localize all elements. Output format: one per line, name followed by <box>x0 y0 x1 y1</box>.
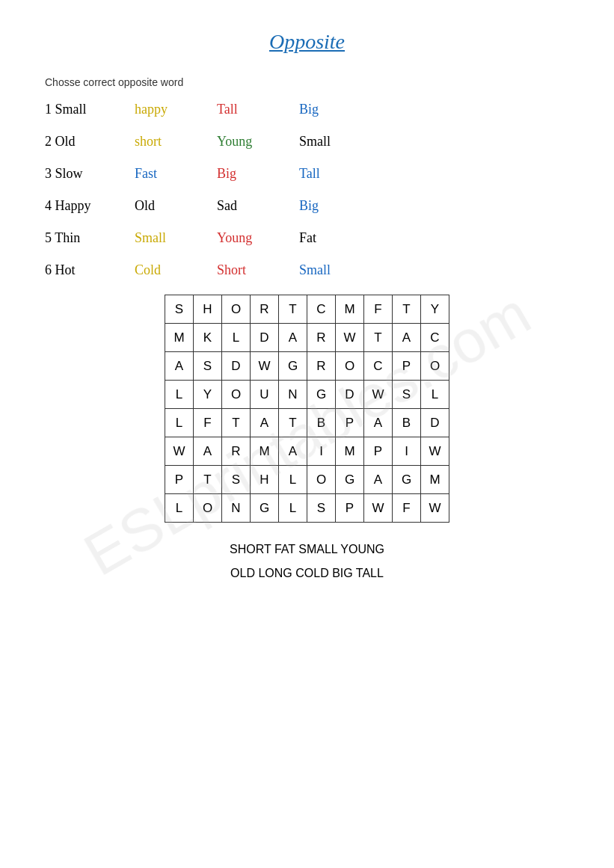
page-title: Opposite <box>45 30 569 54</box>
grid-cell: S <box>194 352 222 381</box>
grid-cell: B <box>393 409 421 437</box>
grid-cell: G <box>251 494 279 523</box>
question-number-word: 1 Small <box>45 102 135 117</box>
grid-cell: O <box>222 381 251 409</box>
grid-cell: T <box>222 409 251 437</box>
grid-cell: Y <box>421 295 449 324</box>
grid-cell: M <box>336 295 364 324</box>
grid-cell: W <box>364 381 393 409</box>
question-option[interactable]: Small <box>299 262 381 278</box>
grid-cell: N <box>279 381 307 409</box>
word-list: SHORT FAT SMALL YOUNG OLD LONG COLD BIG … <box>230 538 384 585</box>
grid-cell: O <box>194 494 222 523</box>
grid-cell: M <box>165 324 194 352</box>
grid-cell: S <box>307 494 336 523</box>
grid-cell: D <box>251 324 279 352</box>
grid-row: MKLDARWTAC <box>165 324 449 352</box>
question-option[interactable]: Tall <box>217 102 299 117</box>
grid-cell: A <box>364 466 393 494</box>
grid-row: WARMAIMPIW <box>165 437 449 466</box>
question-option[interactable]: Tall <box>299 166 381 182</box>
grid-cell: O <box>336 352 364 381</box>
question-row: 3 SlowFastBigTall <box>45 166 569 182</box>
wordlist-line2: OLD LONG COLD BIG TALL <box>230 561 384 585</box>
question-option[interactable]: Old <box>135 198 217 214</box>
grid-cell: N <box>222 494 251 523</box>
grid-cell: R <box>251 295 279 324</box>
grid-cell: L <box>165 409 194 437</box>
grid-cell: Y <box>194 381 222 409</box>
question-option[interactable]: Fast <box>135 166 217 182</box>
grid-cell: G <box>307 381 336 409</box>
grid-cell: U <box>251 381 279 409</box>
grid-row: SHORTCMFTY <box>165 295 449 324</box>
instruction: Chosse correct opposite word <box>45 76 569 88</box>
grid-cell: A <box>251 409 279 437</box>
grid-row: LFTATBPABD <box>165 409 449 437</box>
grid-cell: W <box>364 494 393 523</box>
question-row: 6 HotColdShortSmall <box>45 262 569 278</box>
question-number-word: 5 Thin <box>45 230 135 246</box>
grid-row: ASDWGROCPO <box>165 352 449 381</box>
grid-cell: D <box>421 409 449 437</box>
grid-cell: L <box>222 324 251 352</box>
grid-cell: C <box>421 324 449 352</box>
grid-cell: G <box>336 466 364 494</box>
grid-cell: L <box>165 494 194 523</box>
question-number-word: 2 Old <box>45 134 135 150</box>
grid-row: PTSHLOGAGM <box>165 466 449 494</box>
grid-row: LYOUNGDWSL <box>165 381 449 409</box>
grid-cell: S <box>222 466 251 494</box>
grid-cell: O <box>222 295 251 324</box>
grid-cell: R <box>307 352 336 381</box>
grid-cell: W <box>165 437 194 466</box>
grid-cell: H <box>194 295 222 324</box>
grid-cell: A <box>364 409 393 437</box>
grid-cell: D <box>222 352 251 381</box>
question-option[interactable]: Big <box>217 166 299 182</box>
grid-cell: R <box>307 324 336 352</box>
grid-cell: W <box>251 352 279 381</box>
grid-cell: W <box>421 437 449 466</box>
grid-cell: G <box>279 352 307 381</box>
grid-cell: A <box>279 324 307 352</box>
grid-cell: F <box>194 409 222 437</box>
grid-cell: A <box>194 437 222 466</box>
question-option[interactable]: Small <box>135 230 217 246</box>
question-number-word: 4 Happy <box>45 198 135 214</box>
grid-cell: B <box>307 409 336 437</box>
grid-cell: A <box>165 352 194 381</box>
question-option[interactable]: Fat <box>299 230 381 246</box>
question-option[interactable]: Big <box>299 102 381 117</box>
question-option[interactable]: Cold <box>135 262 217 278</box>
question-option[interactable]: Young <box>217 134 299 150</box>
grid-cell: P <box>336 409 364 437</box>
grid-cell: T <box>194 466 222 494</box>
grid-cell: P <box>393 352 421 381</box>
grid-cell: M <box>336 437 364 466</box>
question-option[interactable]: Big <box>299 198 381 214</box>
grid-cell: C <box>364 352 393 381</box>
questions-container: 1 SmallhappyTallBig2 OldshortYoungSmall3… <box>45 102 569 278</box>
grid-cell: L <box>165 381 194 409</box>
question-option[interactable]: Small <box>299 134 381 150</box>
grid-cell: W <box>336 324 364 352</box>
question-option[interactable]: Young <box>217 230 299 246</box>
question-option[interactable]: happy <box>135 102 217 117</box>
grid-cell: O <box>421 352 449 381</box>
grid-cell: C <box>307 295 336 324</box>
grid-cell: I <box>393 437 421 466</box>
grid-cell: L <box>279 466 307 494</box>
grid-cell: L <box>279 494 307 523</box>
grid-cell: P <box>336 494 364 523</box>
grid-cell: H <box>251 466 279 494</box>
question-row: 2 OldshortYoungSmall <box>45 134 569 150</box>
grid-cell: W <box>421 494 449 523</box>
question-option[interactable]: Sad <box>217 198 299 214</box>
question-option[interactable]: Short <box>217 262 299 278</box>
grid-cell: O <box>307 466 336 494</box>
question-option[interactable]: short <box>135 134 217 150</box>
grid-cell: I <box>307 437 336 466</box>
grid-cell: R <box>222 437 251 466</box>
grid-cell: T <box>279 295 307 324</box>
